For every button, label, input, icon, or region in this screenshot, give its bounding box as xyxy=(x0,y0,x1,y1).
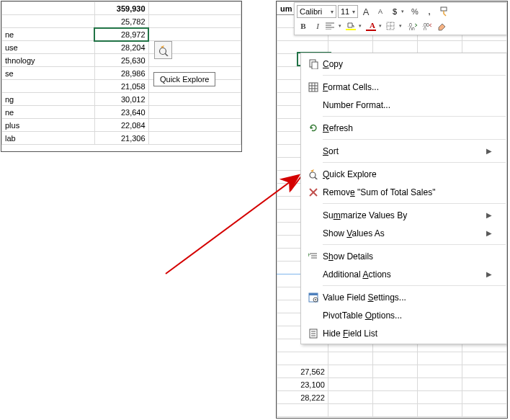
row-label[interactable]: ng xyxy=(2,93,95,106)
font-name-combo[interactable]: Calibri▾ xyxy=(297,5,336,18)
row-value[interactable]: 30,012 xyxy=(94,93,148,106)
menu-item-label: Value Field Settings... xyxy=(323,292,492,303)
grid-cell[interactable] xyxy=(328,352,372,365)
empty-cell[interactable] xyxy=(148,15,241,28)
empty-cell[interactable] xyxy=(148,28,241,41)
align-button[interactable]: ▾ xyxy=(326,19,344,32)
grid-cell[interactable] xyxy=(417,378,462,391)
grid-cell[interactable] xyxy=(328,365,372,378)
grid-cell[interactable] xyxy=(328,378,372,391)
grid-cell[interactable] xyxy=(417,365,462,378)
grid-cell[interactable] xyxy=(462,352,506,365)
comma-format-button[interactable]: , xyxy=(423,5,436,18)
menu-item-hide-field-list[interactable]: Hide Field List xyxy=(301,324,506,342)
menu-item-number-format[interactable]: Number Format... xyxy=(301,96,506,114)
row-label[interactable]: ne xyxy=(2,106,95,119)
row-label[interactable]: plus xyxy=(2,119,95,132)
italic-button[interactable]: I xyxy=(311,19,324,32)
menu-item-additional-actions[interactable]: Additional Actions▶ xyxy=(301,265,506,283)
menu-item-copy[interactable]: Copy xyxy=(301,55,506,73)
grid-cell[interactable] xyxy=(277,352,328,365)
menu-item-remove-sum-of-total-sales[interactable]: Remove "Sum of Total Sales" xyxy=(301,183,506,201)
menu-item-label: Quick Explore xyxy=(323,169,492,179)
svg-text:.00: .00 xyxy=(408,27,415,30)
grid-cell[interactable]: 28,222 xyxy=(277,391,328,404)
row-label[interactable]: lab xyxy=(2,132,95,145)
row-value[interactable]: 28,972 xyxy=(94,28,148,41)
row-value[interactable]: 21,058 xyxy=(94,80,148,93)
menu-separator xyxy=(323,162,506,163)
menu-item-refresh[interactable]: Refresh xyxy=(301,119,506,137)
grid-cell[interactable]: 27,562 xyxy=(277,365,328,378)
grid-cell[interactable] xyxy=(277,404,328,417)
grid-cell[interactable] xyxy=(462,378,506,391)
empty-cell[interactable] xyxy=(148,2,241,15)
increase-decimal-button[interactable]: .0.00 xyxy=(406,19,419,32)
menu-item-quick-explore[interactable]: Quick Explore xyxy=(301,165,506,183)
font-size-combo[interactable]: 11▾ xyxy=(338,5,358,18)
menu-item-show-values-as[interactable]: Show Values As▶ xyxy=(301,224,506,242)
clear-button[interactable] xyxy=(435,19,448,32)
align-icon xyxy=(326,22,334,30)
svg-line-1 xyxy=(165,53,168,56)
grid-cell[interactable] xyxy=(462,404,506,417)
row-value[interactable]: 25,630 xyxy=(94,54,148,67)
grid-cell[interactable] xyxy=(277,41,328,54)
grid-cell[interactable] xyxy=(372,41,417,54)
quick-explore-button[interactable] xyxy=(154,41,172,59)
row-label[interactable] xyxy=(2,80,95,93)
svg-line-22 xyxy=(315,177,318,179)
row-label[interactable] xyxy=(2,15,95,28)
grid-cell[interactable] xyxy=(372,391,417,404)
row-label[interactable]: se xyxy=(2,67,95,80)
menu-item-summarize-values-by[interactable]: Summarize Values By▶ xyxy=(301,206,506,224)
empty-cell[interactable] xyxy=(148,119,241,132)
empty-cell[interactable] xyxy=(148,106,241,119)
font-color-button[interactable]: A▾ xyxy=(366,19,385,32)
grid-cell[interactable] xyxy=(372,352,417,365)
format-painter-button[interactable] xyxy=(437,5,450,18)
grow-font-button[interactable]: A xyxy=(359,5,372,18)
empty-cell[interactable] xyxy=(148,93,241,106)
row-label[interactable]: use xyxy=(2,41,95,54)
menu-item-format-cells[interactable]: Format Cells... xyxy=(301,78,506,96)
grid-cell[interactable] xyxy=(328,391,372,404)
grid-cell[interactable] xyxy=(417,391,462,404)
grid-cell[interactable] xyxy=(372,365,417,378)
grid-cell[interactable] xyxy=(417,404,462,417)
grid-cell[interactable] xyxy=(417,352,462,365)
menu-item-pivottable-options[interactable]: PivotTable Options... xyxy=(301,306,506,324)
menu-item-show-details[interactable]: +Show Details xyxy=(301,247,506,265)
shrink-font-button[interactable]: A xyxy=(374,5,387,18)
row-value[interactable]: 359,930 xyxy=(94,2,148,15)
percent-format-button[interactable]: % xyxy=(408,5,421,18)
grid-cell[interactable] xyxy=(328,404,372,417)
grid-cell[interactable] xyxy=(417,41,462,54)
bold-button[interactable]: B xyxy=(297,19,310,32)
grid-cell[interactable] xyxy=(372,378,417,391)
borders-button[interactable]: ▾ xyxy=(386,19,405,32)
grid-cell[interactable] xyxy=(462,41,506,54)
row-value[interactable]: 28,204 xyxy=(94,41,148,54)
row-value[interactable]: 22,084 xyxy=(94,119,148,132)
row-value[interactable]: 23,640 xyxy=(94,106,148,119)
grid-cell[interactable] xyxy=(462,391,506,404)
menu-item-label: Copy xyxy=(323,59,492,69)
row-label[interactable]: ne xyxy=(2,28,95,41)
grid-cell[interactable] xyxy=(462,365,506,378)
grid-cell[interactable] xyxy=(328,41,372,54)
decrease-decimal-button[interactable]: .00.0 xyxy=(421,19,434,32)
row-value[interactable]: 21,306 xyxy=(94,132,148,145)
empty-cell[interactable] xyxy=(148,132,241,145)
row-label[interactable]: thnology xyxy=(2,54,95,67)
row-label[interactable] xyxy=(2,2,95,15)
row-value[interactable]: 25,782 xyxy=(94,15,148,28)
grid-cell[interactable]: 23,100 xyxy=(277,378,328,391)
currency-format-button[interactable]: $▾ xyxy=(388,5,407,18)
row-value[interactable]: 28,986 xyxy=(94,67,148,80)
menu-item-sort[interactable]: Sort▶ xyxy=(301,142,506,160)
dec-decimal-icon: .00.0 xyxy=(422,22,432,30)
fill-color-button[interactable]: ▾ xyxy=(346,19,364,32)
grid-cell[interactable] xyxy=(372,404,417,417)
menu-item-value-field-settings[interactable]: Value Field Settings... xyxy=(301,288,506,306)
